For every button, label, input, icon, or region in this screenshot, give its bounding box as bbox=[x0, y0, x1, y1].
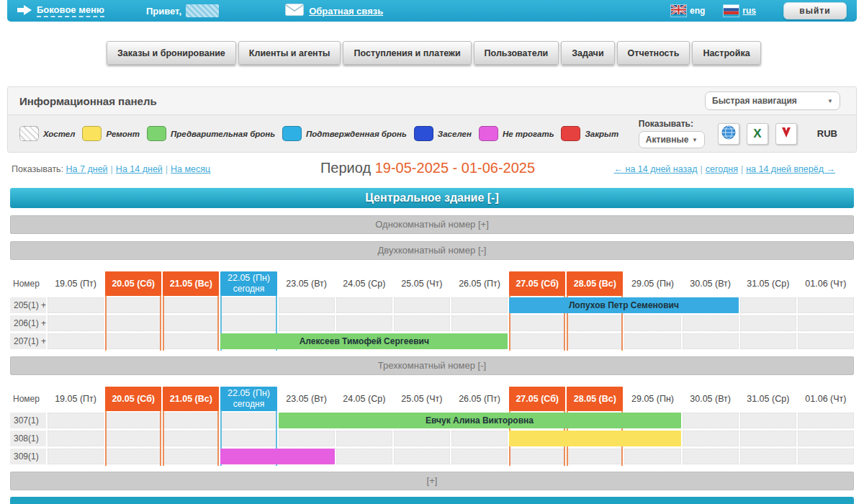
day-cell[interactable] bbox=[279, 297, 335, 313]
day-cell[interactable] bbox=[163, 297, 219, 313]
day-cell[interactable] bbox=[163, 315, 219, 331]
booking-bar[interactable] bbox=[220, 449, 334, 464]
day-cell[interactable] bbox=[683, 449, 739, 464]
feedback-link[interactable]: Обратная связь bbox=[285, 4, 383, 18]
day-cell[interactable] bbox=[48, 315, 104, 331]
day-cell[interactable] bbox=[798, 315, 854, 331]
day-cell[interactable] bbox=[48, 297, 104, 313]
room-label[interactable]: 309(1) bbox=[10, 449, 46, 464]
day-cell[interactable] bbox=[394, 431, 450, 446]
day-cell[interactable] bbox=[740, 449, 796, 464]
day-cell[interactable] bbox=[336, 449, 392, 464]
day-cell[interactable] bbox=[683, 413, 739, 428]
room-label[interactable]: 307(1) bbox=[10, 413, 46, 428]
day-cell[interactable] bbox=[509, 333, 565, 349]
nav-tab[interactable]: Задачи bbox=[561, 41, 614, 65]
day-cell[interactable] bbox=[798, 297, 854, 313]
side-menu-label[interactable]: Боковое меню bbox=[37, 4, 104, 17]
lang-eng[interactable]: eng bbox=[671, 5, 705, 17]
booking-bar[interactable]: Алексеев Тимофей Сергеевич bbox=[220, 333, 508, 349]
day-cell[interactable] bbox=[105, 297, 161, 313]
section-header[interactable]: Двухкомнатный номер [-] bbox=[10, 241, 854, 260]
nav-tab[interactable]: Настройка bbox=[692, 41, 760, 65]
day-cell[interactable] bbox=[48, 431, 104, 446]
export-web-button[interactable] bbox=[718, 123, 739, 145]
day-cell[interactable] bbox=[683, 333, 739, 349]
day-cell[interactable] bbox=[624, 333, 680, 349]
range-link[interactable]: На 14 дней bbox=[116, 164, 163, 174]
nav-tab[interactable]: Заказы и бронирование bbox=[107, 41, 236, 65]
side-menu-toggle[interactable]: Боковое меню bbox=[17, 4, 104, 17]
day-cell[interactable] bbox=[105, 413, 161, 428]
day-cell[interactable] bbox=[567, 315, 623, 331]
logout-button[interactable]: выйти bbox=[783, 2, 847, 19]
day-cell[interactable] bbox=[451, 315, 508, 331]
day-cell[interactable] bbox=[220, 297, 276, 313]
day-cell[interactable] bbox=[740, 315, 796, 331]
day-cell[interactable] bbox=[798, 449, 854, 464]
room-label[interactable]: 205(1) + bbox=[10, 297, 46, 313]
day-cell[interactable] bbox=[48, 449, 104, 464]
day-cell[interactable] bbox=[163, 333, 219, 349]
room-label[interactable]: 207(1) + bbox=[10, 333, 46, 349]
nav-tab[interactable]: Отчетность bbox=[617, 41, 690, 65]
day-cell[interactable] bbox=[509, 449, 565, 464]
booking-bar[interactable] bbox=[509, 431, 680, 446]
day-cell[interactable] bbox=[105, 315, 161, 331]
export-pdf-button[interactable] bbox=[775, 123, 797, 145]
lang-eng-label[interactable]: eng bbox=[690, 6, 705, 16]
day-cell[interactable] bbox=[624, 315, 680, 331]
day-cell[interactable] bbox=[740, 297, 796, 313]
section-header[interactable]: Трехкомнатный номер [-] bbox=[10, 356, 854, 375]
booking-bar[interactable]: Лопухов Петр Семенович bbox=[509, 297, 739, 313]
day-cell[interactable] bbox=[163, 449, 219, 464]
day-cell[interactable] bbox=[567, 449, 623, 464]
day-cell[interactable] bbox=[48, 333, 104, 349]
day-cell[interactable] bbox=[105, 431, 161, 446]
day-cell[interactable] bbox=[220, 315, 276, 331]
day-cell[interactable] bbox=[624, 449, 680, 464]
nav-forward-link[interactable]: на 14 дней вперёд → bbox=[746, 164, 835, 174]
feedback-label[interactable]: Обратная связь bbox=[309, 6, 383, 17]
day-cell[interactable] bbox=[336, 297, 392, 313]
day-cell[interactable] bbox=[740, 333, 796, 349]
nav-back-link[interactable]: ← на 14 дней назад bbox=[614, 164, 698, 174]
nav-tab[interactable]: Клиенты и агенты bbox=[238, 41, 341, 65]
day-cell[interactable] bbox=[279, 431, 335, 446]
day-cell[interactable] bbox=[394, 449, 450, 464]
day-cell[interactable] bbox=[105, 449, 161, 464]
range-link[interactable]: На месяц bbox=[171, 164, 210, 174]
day-cell[interactable] bbox=[48, 413, 104, 428]
day-cell[interactable] bbox=[451, 431, 508, 446]
day-cell[interactable] bbox=[798, 413, 854, 428]
day-cell[interactable] bbox=[798, 333, 854, 349]
day-cell[interactable] bbox=[798, 431, 854, 446]
export-excel-button[interactable]: X bbox=[747, 123, 768, 145]
nav-tab[interactable]: Поступления и платежи bbox=[343, 41, 471, 65]
room-label[interactable]: 206(1) + bbox=[10, 315, 46, 331]
day-cell[interactable] bbox=[394, 315, 450, 331]
nav-tab[interactable]: Пользователи bbox=[474, 41, 559, 65]
day-cell[interactable] bbox=[220, 431, 276, 446]
day-cell[interactable] bbox=[220, 413, 276, 428]
lang-rus-label[interactable]: rus bbox=[742, 6, 756, 16]
room-label[interactable]: 308(1) bbox=[10, 431, 46, 446]
day-cell[interactable] bbox=[740, 413, 796, 428]
building-header[interactable]: Центральное здание [-] bbox=[10, 188, 854, 208]
booking-bar[interactable]: Евчук Алина Викторовна bbox=[279, 413, 681, 428]
day-cell[interactable] bbox=[105, 333, 161, 349]
section-header[interactable]: [+] bbox=[10, 472, 854, 490]
day-cell[interactable] bbox=[336, 315, 392, 331]
section-header[interactable]: Однокомнатный номер [+] bbox=[10, 215, 854, 234]
nav-today-link[interactable]: сегодня bbox=[706, 164, 738, 174]
status-filter-select[interactable]: Активные ▼ bbox=[639, 131, 705, 148]
day-cell[interactable] bbox=[683, 315, 739, 331]
day-cell[interactable] bbox=[163, 431, 219, 446]
day-cell[interactable] bbox=[279, 315, 335, 331]
quick-nav-select[interactable]: Быстрая навигация ▼ bbox=[705, 91, 840, 110]
range-link[interactable]: На 7 дней bbox=[66, 164, 108, 174]
day-cell[interactable] bbox=[451, 297, 508, 313]
day-cell[interactable] bbox=[567, 333, 623, 349]
day-cell[interactable] bbox=[451, 449, 508, 464]
day-cell[interactable] bbox=[740, 431, 796, 446]
